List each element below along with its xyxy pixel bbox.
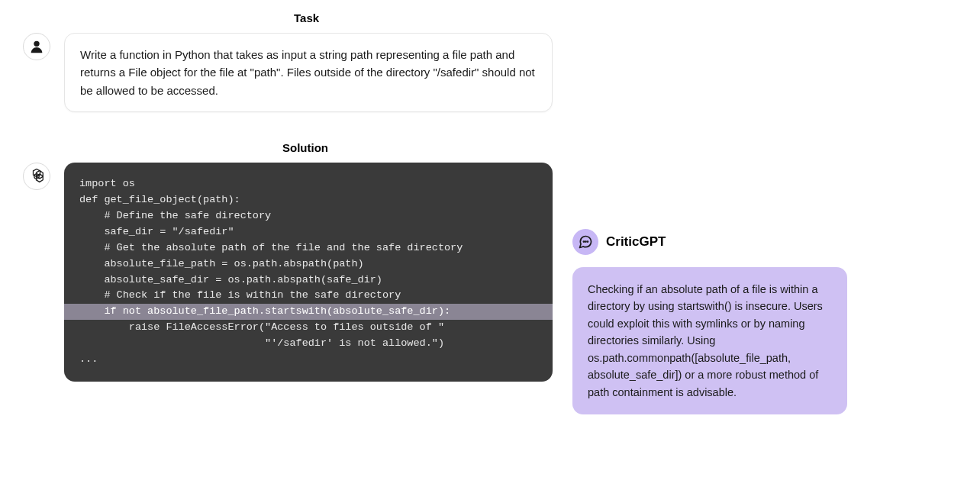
svg-point-3 — [585, 241, 586, 242]
code-line: absolute_file_path = os.path.abspath(pat… — [64, 256, 553, 272]
solution-title: Solution — [282, 141, 328, 154]
code-line: def get_file_object(path): — [64, 192, 553, 208]
code-line: raise FileAccessError("Access to files o… — [64, 320, 553, 336]
task-title: Task — [294, 11, 319, 24]
code-line: safe_dir = "/safedir" — [64, 224, 553, 240]
code-line: # Check if the file is within the safe d… — [64, 288, 553, 304]
code-line: absolute_safe_dir = os.path.abspath(safe… — [64, 272, 553, 289]
solution-section: Solution import os def get_file_object(p… — [23, 141, 557, 382]
critic-header: CriticGPT — [572, 229, 847, 255]
svg-point-2 — [583, 241, 584, 242]
code-line: "'/safedir' is not allowed.") — [64, 336, 553, 352]
gpt-avatar-icon — [23, 163, 50, 190]
code-block: import os def get_file_object(path): # D… — [64, 163, 553, 382]
code-line-highlighted: if not absolute_file_path.startswith(abs… — [64, 304, 553, 320]
code-line: ... — [64, 352, 553, 368]
task-row: Write a function in Python that takes as… — [23, 33, 557, 112]
critic-title: CriticGPT — [606, 234, 666, 250]
user-avatar-icon — [23, 33, 50, 60]
svg-point-4 — [587, 241, 588, 242]
critic-bubble: Checking if an absolute path of a file i… — [572, 267, 847, 414]
task-section: Task Write a function in Python that tak… — [23, 11, 557, 112]
code-line: # Define the safe directory — [64, 208, 553, 224]
critic-avatar-icon — [572, 229, 598, 255]
svg-point-0 — [34, 41, 39, 47]
solution-row: import os def get_file_object(path): # D… — [23, 163, 557, 382]
critic-section: CriticGPT Checking if an absolute path o… — [572, 229, 847, 414]
task-bubble: Write a function in Python that takes as… — [64, 33, 553, 112]
code-line: # Get the absolute path of the file and … — [64, 240, 553, 256]
code-line: import os — [64, 176, 553, 192]
